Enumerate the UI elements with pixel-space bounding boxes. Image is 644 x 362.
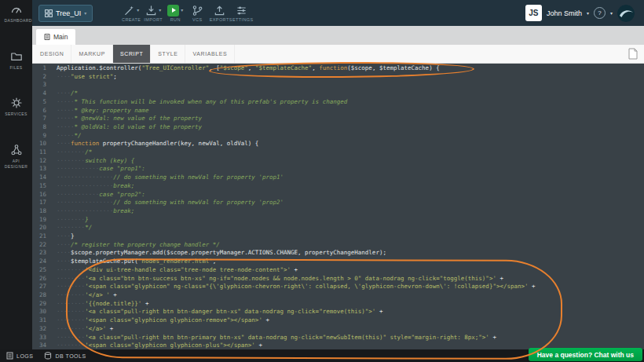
code-line: 1Application.$controller("Tree_UIControl…: [32, 64, 644, 73]
chevron-down-icon: ▾: [587, 11, 589, 16]
chevron-down-icon: ▾: [137, 8, 139, 13]
user-name[interactable]: John Smith: [547, 9, 582, 17]
line-number: 34: [32, 342, 53, 349]
toolbar-item-label: RUN: [170, 17, 181, 22]
sidebar-item-api-designer[interactable]: API DESIGNER: [5, 144, 28, 170]
subtab-label: VARIABLES: [192, 51, 227, 57]
code-line: 27········'<span class="glyphicon" ng-cl…: [32, 283, 644, 291]
settings-button[interactable]: SETTINGS: [231, 4, 251, 22]
line-number: 14: [32, 174, 53, 182]
code-line: 2····"use strict";: [32, 73, 644, 82]
branch-icon: [192, 5, 203, 16]
project-selector[interactable]: Tree_UI ▾: [38, 5, 93, 22]
run-button[interactable]: ▾ RUN: [165, 4, 185, 22]
line-number: 28: [32, 291, 53, 300]
play-icon: [167, 5, 179, 16]
toolbar-item-label: EXPORT: [210, 17, 229, 22]
vcs-button[interactable]: VCS: [187, 4, 207, 22]
code-editor[interactable]: 1Application.$controller("Tree_UIControl…: [32, 64, 644, 349]
topbar-right-cluster: JS John Smith ▾ ? ▾: [525, 5, 635, 22]
page-icon: [44, 33, 50, 41]
tab-variables[interactable]: VARIABLES: [185, 45, 235, 63]
tab-main[interactable]: Main: [36, 29, 75, 45]
create-button[interactable]: ▾ CREATE: [121, 4, 141, 22]
code-line: 31········'<span class="glyphicon glyphi…: [32, 316, 644, 325]
line-number: 4: [32, 90, 53, 98]
line-number: 15: [32, 182, 53, 191]
avatar[interactable]: [617, 5, 635, 22]
line-number: 21: [32, 232, 53, 241]
database-icon: [44, 352, 52, 360]
code-line: 15················break;: [32, 182, 644, 191]
code-line: 29········'{{node.title}}' +: [32, 300, 644, 309]
code-line: 12········switch (key) {: [32, 157, 644, 166]
user-initials-badge[interactable]: JS: [525, 5, 542, 21]
line-number: 1: [32, 64, 53, 73]
tab-design[interactable]: DESIGN: [32, 45, 71, 63]
subtab-label: SCRIPT: [120, 51, 143, 57]
code-line: 4····/*: [32, 90, 644, 98]
gear-icon: [10, 97, 23, 109]
help-button[interactable]: ?: [594, 7, 606, 19]
chevron-down-icon: ▾: [84, 11, 86, 16]
code-line: 20········*/: [32, 224, 644, 232]
code-line: 8·····* @oldVal: old value of the proper…: [32, 123, 644, 132]
tab-script[interactable]: SCRIPT: [113, 45, 151, 63]
code-line: 24····$templateCache.put('nodes_renderer…: [32, 258, 644, 266]
code-line: 17················// do something with n…: [32, 199, 644, 207]
line-number: 31: [32, 316, 53, 325]
line-number: 5: [32, 98, 53, 107]
code-line: 14················// do something with n…: [32, 174, 644, 182]
line-number: 9: [32, 132, 53, 141]
project-grid-icon: [45, 9, 53, 17]
document-icon[interactable]: [628, 48, 638, 60]
db-tools-button[interactable]: DB TOOLS: [44, 352, 86, 360]
line-number: 23: [32, 249, 53, 258]
magic-wand-icon: [123, 5, 135, 16]
code-line: 6·····* @key: property name: [32, 107, 644, 115]
left-sidebar: DASHBOARD FILES SERVICES API DESIGNER: [0, 0, 32, 349]
line-number: 20: [32, 224, 53, 232]
line-number: 10: [32, 140, 53, 148]
line-number: 32: [32, 325, 53, 334]
line-number: 6: [32, 107, 53, 115]
import-button[interactable]: ▾ IMPORT: [143, 4, 163, 22]
toolbar-menu: ▾ CREATE ▾ IMPORT ▾ RUN: [121, 4, 251, 22]
line-number: 3: [32, 81, 53, 90]
line-number: 12: [32, 157, 53, 166]
line-number: 18: [32, 207, 53, 216]
line-number: 25: [32, 266, 53, 275]
top-toolbar: Tree_UI ▾ ▾ CREATE ▾ IMPORT: [32, 0, 644, 26]
sidebar-item-dashboard[interactable]: DASHBOARD: [5, 3, 28, 24]
sidebar-item-files[interactable]: FILES: [5, 50, 28, 71]
toolbar-item-label: SETTINGS: [229, 17, 254, 22]
code-line: 13············case "prop1":: [32, 165, 644, 174]
sliders-icon: [236, 5, 247, 16]
sidebar-item-label: SERVICES: [5, 112, 28, 118]
code-line: 5·····* This function will be invoked wh…: [32, 98, 644, 107]
folder-icon: [10, 50, 23, 63]
logs-icon: [6, 352, 13, 360]
tab-style[interactable]: STYLE: [151, 45, 185, 63]
subtab-label: STYLE: [158, 51, 177, 57]
code-line: 25········'<div ui-tree-handle class="tr…: [32, 266, 644, 275]
subtab-label: MARKUP: [79, 51, 105, 57]
sidebar-item-label: API DESIGNER: [5, 159, 28, 170]
tab-label: Main: [53, 33, 68, 41]
code-line: 28········'</a> ' +: [32, 291, 644, 300]
export-icon: [214, 5, 225, 16]
tab-markup[interactable]: MARKUP: [71, 45, 113, 63]
logs-button[interactable]: LOGS: [6, 352, 33, 360]
toolbar-item-label: CREATE: [122, 17, 141, 22]
export-button[interactable]: EXPORT: [209, 4, 229, 22]
code-line: 19········}: [32, 216, 644, 225]
sidebar-item-services[interactable]: SERVICES: [5, 97, 28, 118]
chat-button[interactable]: Have a question? Chat with us: [529, 348, 642, 361]
help-label: ?: [598, 9, 601, 16]
avatar-image: [617, 5, 635, 22]
line-number: 16: [32, 191, 53, 199]
chevron-down-icon: ▾: [610, 11, 613, 16]
sidebar-item-label: FILES: [5, 65, 28, 71]
project-name: Tree_UI: [56, 9, 81, 17]
line-number: 33: [32, 334, 53, 342]
